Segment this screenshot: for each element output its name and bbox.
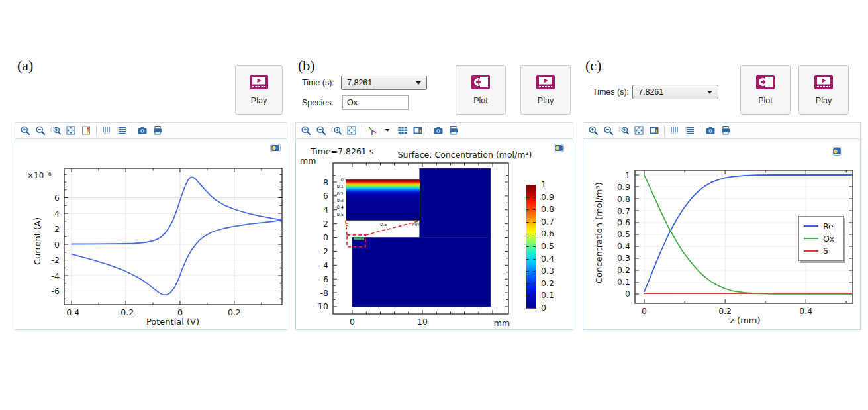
axes-orientation-icon[interactable] [367, 125, 377, 136]
colorbar-tick [533, 283, 536, 284]
colorbar-tick [533, 259, 536, 260]
svg-text:0: 0 [625, 289, 630, 299]
play-button[interactable]: Play [798, 65, 849, 115]
svg-text:-10: -10 [315, 301, 328, 311]
svg-text:1: 1 [625, 170, 630, 180]
svg-text:0.9: 0.9 [617, 182, 630, 192]
svg-text:10: 10 [417, 317, 428, 327]
svg-text:-4: -4 [52, 271, 60, 281]
svg-text:4: 4 [323, 205, 328, 215]
y-axis-label: Current (A) [32, 217, 42, 265]
panel-b-label: (b) [298, 57, 315, 74]
float-window-icon[interactable] [832, 146, 842, 155]
colorbar-label: 1 [541, 179, 546, 189]
colorbar-tick [526, 283, 529, 284]
svg-text:-0.4: -0.4 [64, 307, 79, 317]
colorbar-tick [526, 234, 529, 234]
snapshot-icon[interactable] [137, 125, 148, 136]
svg-text:0.6: 0.6 [617, 217, 630, 227]
color-legend-filled-icon[interactable] [649, 125, 659, 136]
svg-text:0.4: 0.4 [617, 241, 630, 251]
svg-text:0.3: 0.3 [617, 253, 630, 263]
float-window-icon[interactable] [270, 143, 281, 152]
legend-item: S [804, 244, 838, 257]
colorbar-tick [526, 222, 529, 223]
zoom-box-icon[interactable] [50, 125, 61, 136]
app-canvas: (a) Play -0.4-0.200.26420-2-4-6 ×10⁻⁶ Cu… [0, 0, 868, 410]
inset-ytick: -0.4 [335, 205, 344, 210]
svg-text:-0.2: -0.2 [118, 307, 134, 317]
play-animation-icon [814, 74, 834, 93]
legend-series-name: Ox [823, 234, 834, 244]
play-button-label: Play [816, 96, 832, 105]
colorbar-label: 0.8 [541, 204, 554, 214]
svg-text:0.7: 0.7 [617, 206, 630, 216]
chevron-down-icon [707, 91, 712, 94]
legend-item: Ox [804, 232, 838, 245]
play-button[interactable]: Play [235, 65, 283, 115]
zoom-extents-icon[interactable] [634, 125, 644, 136]
colorbar-tick [533, 246, 536, 247]
svg-text:0: 0 [350, 317, 355, 327]
svg-text:0.5: 0.5 [617, 229, 630, 239]
float-window-icon[interactable] [554, 143, 564, 152]
play-button-label: Play [538, 96, 554, 105]
colorbar-label: 0.5 [541, 241, 554, 251]
play-button[interactable]: Play [520, 65, 571, 115]
table-icon[interactable] [397, 125, 408, 136]
zoom-out-icon[interactable] [35, 125, 46, 136]
colorbar-tick [526, 209, 529, 210]
zoom-box-icon[interactable] [618, 125, 629, 136]
species-label: Species: [302, 95, 334, 110]
print-icon[interactable] [152, 125, 163, 136]
y-axis-unit: mm [300, 156, 316, 166]
colorbar-label: 0.2 [541, 278, 554, 288]
print-icon[interactable] [720, 125, 731, 136]
caret-down-icon[interactable] [382, 125, 393, 136]
svg-text:6: 6 [54, 193, 60, 203]
x-grid-icon[interactable] [669, 125, 680, 136]
times-dropdown[interactable]: 7.8261 [632, 85, 718, 99]
zoom-extents-icon[interactable] [346, 125, 357, 136]
y-grid-icon[interactable] [685, 125, 695, 136]
svg-text:-6: -6 [52, 286, 60, 296]
svg-text:0.2: 0.2 [228, 307, 241, 317]
plot-button[interactable]: Plot [456, 65, 506, 115]
plot-button-label: Plot [758, 96, 773, 105]
cv-plot-canvas[interactable]: -0.4-0.200.26420-2-4-6 [15, 140, 288, 331]
zoom-extents-icon[interactable] [66, 125, 76, 136]
color-legend-filled-icon[interactable] [412, 125, 423, 136]
plot-toolbar-b [295, 122, 573, 139]
species-input[interactable]: Ox [342, 95, 409, 110]
zoom-inset: 0-0.1-0.2-0.3-0.4-0.500.5mm [346, 179, 420, 221]
zoom-box-icon[interactable] [331, 125, 342, 136]
zoom-out-icon[interactable] [316, 125, 326, 136]
color-legend-icon[interactable] [81, 125, 91, 136]
chevron-down-icon [416, 81, 421, 85]
colorbar-tick [533, 295, 536, 296]
zoom-out-icon[interactable] [603, 125, 614, 136]
inset-ytick: -0.2 [335, 191, 344, 197]
legend-series-name: S [823, 246, 828, 256]
legend-line-swatch [804, 250, 818, 252]
inset-xtick: 0 [346, 222, 348, 227]
svg-text:-8: -8 [320, 288, 329, 298]
colorbar-label: 0.4 [541, 254, 554, 264]
print-icon[interactable] [448, 125, 459, 136]
y-grid-icon[interactable] [117, 125, 127, 136]
plot-button[interactable]: Plot [740, 65, 791, 115]
snapshot-icon[interactable] [705, 125, 716, 136]
inset-xtick: 0.5 [380, 222, 387, 227]
svg-text:0.8: 0.8 [617, 194, 630, 204]
colorbar-tick [526, 295, 529, 296]
svg-text:0: 0 [54, 240, 60, 250]
zoom-in-icon[interactable] [20, 125, 30, 136]
snapshot-icon[interactable] [433, 125, 444, 136]
time-dropdown[interactable]: 7.8261 [341, 76, 427, 90]
toolbar-separator [428, 125, 428, 136]
zoom-in-icon[interactable] [588, 125, 599, 136]
zoom-in-icon[interactable] [301, 125, 311, 136]
x-grid-icon[interactable] [101, 125, 112, 136]
times-label: Times (s): [593, 85, 629, 99]
inset-ytick: -0.1 [335, 184, 344, 189]
